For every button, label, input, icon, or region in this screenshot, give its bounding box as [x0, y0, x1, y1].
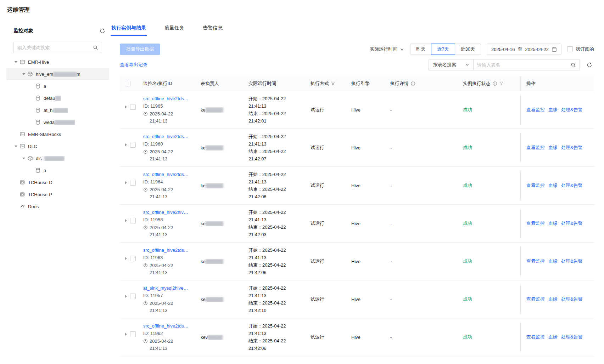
tree-node-emr-hive[interactable]: EMR-Hive	[6, 56, 109, 68]
tree-node-hive-db-default[interactable]: defau██	[6, 92, 109, 104]
actual-runtime: 开始：2025-04-22 21:41:13 结束：2025-04-22 21:…	[248, 246, 311, 276]
monitor-name-link[interactable]: src_offline_hive2tds…	[143, 95, 196, 102]
tree-node-dlc[interactable]: Ds DLC	[6, 140, 109, 152]
range-last30days-button[interactable]: 近30天	[455, 44, 481, 55]
lineage-link[interactable]: 血缘	[548, 258, 558, 265]
handle-alert-link[interactable]: 处理&告警	[561, 334, 583, 340]
tree-caret-icon[interactable]	[21, 73, 26, 75]
lineage-link[interactable]: 血缘	[548, 107, 558, 113]
tree-node-hive-project[interactable]: hive_em████████m	[6, 68, 109, 80]
view-monitor-link[interactable]: 查看监控	[526, 334, 545, 340]
row-checkbox[interactable]	[130, 180, 136, 186]
search-type-select[interactable]: 按表名搜索	[429, 59, 474, 70]
tree-caret-icon[interactable]	[13, 146, 18, 147]
view-monitor-link[interactable]: 查看监控	[526, 107, 545, 113]
table-refresh-button[interactable]	[585, 60, 594, 69]
queue-date: 2025-04-22	[150, 301, 173, 306]
subscribed-checkbox[interactable]	[567, 46, 573, 52]
expand-row-icon[interactable]	[125, 143, 127, 147]
view-monitor-link[interactable]: 查看监控	[526, 182, 545, 189]
queue-time: 21:41:13	[150, 270, 168, 275]
handle-alert-link[interactable]: 处理&告警	[561, 182, 583, 189]
tree-node-tchouse-p[interactable]: TCHouse-P	[6, 188, 109, 200]
tree-node-hive-db-weda[interactable]: weda███████	[6, 116, 109, 128]
tree-node-emr-starrocks[interactable]: EMR-StarRocks	[6, 128, 109, 140]
select-all-checkbox[interactable]	[125, 81, 130, 86]
expand-row-icon[interactable]	[125, 332, 127, 336]
lineage-link[interactable]: 血缘	[548, 182, 558, 189]
tree-search-input[interactable]	[17, 45, 93, 50]
expand-row-icon[interactable]	[125, 257, 127, 260]
range-yesterday-button[interactable]: 昨天	[410, 44, 431, 55]
tree-node-dlc-db-a[interactable]: a	[6, 164, 109, 176]
expand-row-icon[interactable]	[125, 181, 127, 184]
handle-alert-link[interactable]: 处理&告警	[561, 296, 583, 302]
monitor-name-link[interactable]: src_offline_hive2tds…	[143, 171, 196, 178]
row-checkbox[interactable]	[130, 142, 136, 148]
expand-row-icon[interactable]	[125, 295, 127, 298]
view-monitor-link[interactable]: 查看监控	[526, 220, 545, 227]
monitor-name-link[interactable]: src_offline_hive2tds…	[143, 133, 196, 140]
lineage-link[interactable]: 血缘	[548, 220, 558, 227]
owner-prefix: ke	[201, 107, 206, 113]
monitor-name-link[interactable]: at_sink_mysql2hive…	[143, 285, 196, 292]
lineage-link[interactable]: 血缘	[548, 144, 558, 151]
end-time-line: 21:42:07	[248, 155, 306, 163]
row-checkbox[interactable]	[130, 294, 136, 299]
export-records-link[interactable]: 查看导出记录	[120, 62, 147, 68]
table-search-input[interactable]	[477, 62, 571, 68]
tree-caret-icon[interactable]	[13, 61, 18, 63]
status-text: 成功	[463, 334, 472, 340]
expand-row-icon[interactable]	[125, 105, 127, 109]
tab-quality-tasks[interactable]: 质量任务	[164, 23, 185, 36]
tree-caret-icon[interactable]	[21, 158, 26, 159]
tree-label-prefix: defau	[44, 96, 55, 101]
owner-prefix: ke	[201, 221, 206, 226]
view-monitor-link[interactable]: 查看监控	[526, 144, 545, 151]
tree-node-dlc-project[interactable]: dlc_███████	[6, 152, 109, 164]
filter-icon[interactable]	[499, 81, 504, 86]
col-runtime: 实际运行时间	[248, 80, 311, 87]
row-checkbox[interactable]	[130, 104, 136, 110]
expand-row-icon[interactable]	[125, 219, 127, 222]
status-text: 成功	[463, 107, 472, 112]
lineage-link[interactable]: 血缘	[548, 296, 558, 302]
page-title: 运维管理	[7, 6, 604, 14]
monitor-name-link[interactable]: src_offline_hive2hiv…	[143, 209, 196, 216]
time-field-selector[interactable]: 实际运行时间	[370, 46, 404, 52]
tab-instances[interactable]: 执行实例与结果	[111, 23, 147, 36]
lineage-link[interactable]: 血缘	[548, 334, 558, 340]
start-time-line: 21:41:13	[248, 102, 306, 110]
view-monitor-link[interactable]: 查看监控	[526, 258, 545, 265]
filter-icon[interactable]	[331, 81, 335, 86]
view-monitor-link[interactable]: 查看监控	[526, 296, 545, 302]
tree-node-doris[interactable]: Doris	[6, 200, 109, 212]
owner-masked: ██████	[206, 221, 223, 226]
engine: Hive	[351, 107, 390, 113]
range-last7days-button[interactable]: 近7天	[431, 44, 455, 55]
tree-node-hive-db-a[interactable]: a	[6, 80, 109, 92]
tree-refresh-button[interactable]	[98, 26, 107, 35]
time-field-label: 实际运行时间	[370, 46, 397, 52]
handle-alert-link[interactable]: 处理&告警	[561, 107, 583, 113]
clock-icon	[143, 263, 148, 276]
handle-alert-link[interactable]: 处理&告警	[561, 258, 583, 265]
search-icon	[571, 62, 576, 68]
tab-alerts[interactable]: 告警信息	[202, 23, 223, 36]
owner-masked: ██████	[206, 297, 223, 302]
tree-node-tchouse-d[interactable]: TCHouse-D	[6, 176, 109, 188]
row-checkbox[interactable]	[130, 331, 136, 337]
engine: Hive	[351, 297, 390, 302]
clock-icon	[143, 112, 148, 125]
date-range-picker[interactable]: 2025-04-16 至 2025-04-22	[487, 44, 561, 55]
tree-label-prefix: weda	[44, 120, 55, 125]
monitor-name-link[interactable]: src_offline_hive2tds…	[143, 323, 196, 330]
tree-node-hive-db-at-hi[interactable]: at_hi█████	[6, 104, 109, 116]
start-date-line: 开始：2025-04-22	[248, 171, 306, 178]
handle-alert-link[interactable]: 处理&告警	[561, 220, 583, 227]
monitor-name-link[interactable]: src_offline_hive2tds…	[143, 247, 196, 254]
row-checkbox[interactable]	[130, 256, 136, 261]
handle-alert-link[interactable]: 处理&告警	[561, 144, 583, 151]
row-checkbox[interactable]	[130, 218, 136, 223]
batch-export-button[interactable]: 批量导出数据	[120, 44, 160, 55]
